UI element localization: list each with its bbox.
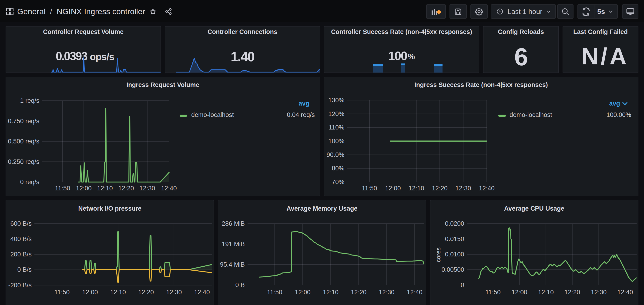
svg-text:12:10: 12:10: [408, 185, 424, 192]
svg-text:0.00500: 0.00500: [441, 266, 464, 273]
svg-text:0.04 req/s: 0.04 req/s: [287, 111, 315, 118]
svg-text:0 B: 0 B: [235, 282, 245, 289]
svg-text:12:30: 12:30: [455, 185, 471, 192]
svg-text:demo-localhost: demo-localhost: [191, 111, 234, 118]
svg-text:191 MiB: 191 MiB: [222, 241, 245, 248]
svg-text:0.750 req/s: 0.750 req/s: [8, 118, 39, 125]
svg-text:11:50: 11:50: [485, 289, 501, 296]
svg-text:12:00: 12:00: [512, 289, 528, 296]
svg-text:400 B/s: 400 B/s: [10, 236, 32, 243]
svg-text:11:50: 11:50: [54, 289, 70, 296]
svg-text:12:00: 12:00: [385, 185, 401, 192]
svg-text:12:20: 12:20: [118, 185, 134, 192]
svg-text:6: 6: [514, 43, 528, 70]
svg-text:100%: 100%: [388, 49, 415, 62]
svg-text:12:10: 12:10: [97, 185, 113, 192]
svg-text:0.0200: 0.0200: [445, 220, 464, 227]
svg-text:12:40: 12:40: [407, 289, 422, 296]
svg-text:12:30: 12:30: [139, 185, 155, 192]
svg-text:0: 0: [461, 282, 464, 289]
svg-text:12:10: 12:10: [538, 289, 554, 296]
svg-text:12:00: 12:00: [82, 289, 98, 296]
svg-text:avg: avg: [298, 100, 310, 107]
svg-text:100.00%: 100.00%: [606, 111, 631, 118]
svg-text:200 B/s: 200 B/s: [10, 251, 32, 258]
svg-text:90.0%: 90.0%: [326, 151, 344, 158]
svg-text:12:20: 12:20: [432, 185, 448, 192]
svg-text:286 MiB: 286 MiB: [222, 220, 245, 227]
svg-text:130%: 130%: [328, 97, 344, 104]
svg-text:1.40: 1.40: [231, 49, 254, 64]
svg-text:avg: avg: [609, 100, 620, 107]
svg-text:12:00: 12:00: [76, 185, 92, 192]
svg-text:12:20: 12:20: [351, 289, 367, 296]
svg-text:12:00: 12:00: [295, 289, 310, 296]
svg-text:12:20: 12:20: [138, 289, 154, 296]
svg-text:0.0393ops/s: 0.0393ops/s: [56, 50, 114, 63]
svg-text:0.250 req/s: 0.250 req/s: [8, 158, 39, 165]
svg-text:70%: 70%: [332, 179, 344, 186]
svg-text:1 req/s: 1 req/s: [20, 97, 39, 104]
svg-text:0.0100: 0.0100: [445, 251, 464, 258]
svg-text:0.0150: 0.0150: [445, 236, 464, 243]
svg-text:demo-localhost: demo-localhost: [510, 111, 552, 118]
svg-text:12:40: 12:40: [479, 185, 495, 192]
svg-text:120%: 120%: [328, 110, 344, 117]
svg-text:11:50: 11:50: [267, 289, 282, 296]
svg-text:-200 B/s: -200 B/s: [8, 282, 32, 289]
svg-text:12:20: 12:20: [564, 289, 580, 296]
svg-text:12:40: 12:40: [161, 185, 177, 192]
svg-text:110%: 110%: [329, 124, 344, 131]
svg-text:100%: 100%: [328, 138, 344, 145]
svg-text:12:30: 12:30: [379, 289, 394, 296]
svg-text:11:50: 11:50: [362, 185, 377, 192]
svg-text:12:40: 12:40: [194, 289, 210, 296]
svg-text:12:40: 12:40: [617, 289, 633, 296]
svg-text:12:10: 12:10: [110, 289, 126, 296]
svg-text:N/A: N/A: [582, 43, 629, 69]
svg-text:12:30: 12:30: [166, 289, 182, 296]
svg-text:cores: cores: [435, 247, 442, 262]
svg-text:600 B/s: 600 B/s: [10, 220, 32, 227]
svg-text:0 B/s: 0 B/s: [17, 266, 32, 273]
svg-text:80%: 80%: [332, 165, 344, 172]
svg-text:12:30: 12:30: [591, 289, 607, 296]
svg-text:0.500 req/s: 0.500 req/s: [8, 138, 39, 145]
svg-text:11:50: 11:50: [55, 185, 70, 192]
svg-text:95.4 MiB: 95.4 MiB: [220, 261, 245, 268]
svg-text:0 req/s: 0 req/s: [20, 179, 39, 186]
svg-text:12:10: 12:10: [323, 289, 338, 296]
